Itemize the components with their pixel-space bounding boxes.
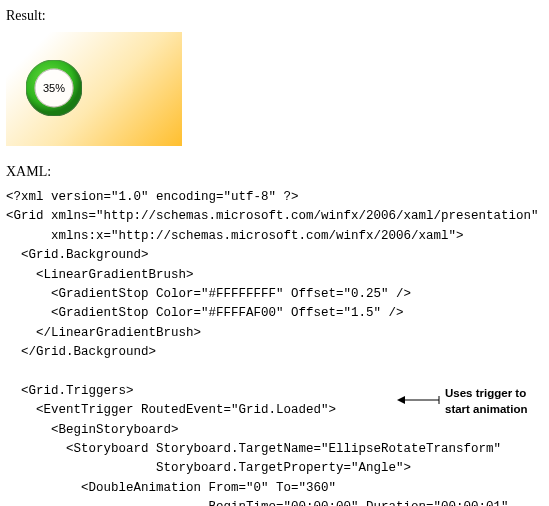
- donut-chart: 35%: [26, 60, 82, 116]
- code-line: <BeginStoryboard>: [6, 423, 179, 437]
- code-line: <LinearGradientBrush>: [6, 268, 194, 282]
- code-line: </Grid.Background>: [6, 345, 156, 359]
- result-label: Result:: [6, 8, 549, 24]
- code-line: xmlns:x="http://schemas.microsoft.com/wi…: [6, 229, 464, 243]
- code-line: Storyboard.TargetProperty="Angle">: [6, 461, 411, 475]
- code-line: </LinearGradientBrush>: [6, 326, 201, 340]
- arrow-left-icon: [395, 393, 441, 407]
- callout-annotation: Uses trigger to start animation: [395, 386, 541, 417]
- code-line: <?xml version="1.0" encoding="utf-8" ?>: [6, 190, 299, 204]
- code-line: <Grid.Triggers>: [6, 384, 134, 398]
- preview-panel: 35%: [6, 32, 182, 146]
- xaml-label: XAML:: [6, 164, 549, 180]
- code-line: <GradientStop Color="#FFFFAF00" Offset="…: [6, 306, 404, 320]
- code-block: <?xml version="1.0" encoding="utf-8" ?> …: [6, 188, 549, 506]
- code-line: <EventTrigger RoutedEvent="Grid.Loaded">: [6, 403, 336, 417]
- code-line: <GradientStop Color="#FFFFFFFF" Offset="…: [6, 287, 411, 301]
- code-line: <DoubleAnimation From="0" To="360": [6, 481, 336, 495]
- annotation-line: start animation: [445, 403, 527, 415]
- code-line: <Storyboard Storyboard.TargetName="Ellip…: [6, 442, 501, 456]
- annotation-line: Uses trigger to: [445, 387, 526, 399]
- code-region: <?xml version="1.0" encoding="utf-8" ?> …: [4, 188, 549, 506]
- svg-marker-4: [397, 396, 405, 404]
- donut-value-label: 35%: [26, 60, 82, 116]
- annotation-text: Uses trigger to start animation: [445, 386, 541, 417]
- code-line: <Grid xmlns="http://schemas.microsoft.co…: [6, 209, 539, 223]
- code-line: <Grid.Background>: [6, 248, 149, 262]
- code-line: BeginTime="00:00:00" Duration="00:00:01": [6, 500, 509, 506]
